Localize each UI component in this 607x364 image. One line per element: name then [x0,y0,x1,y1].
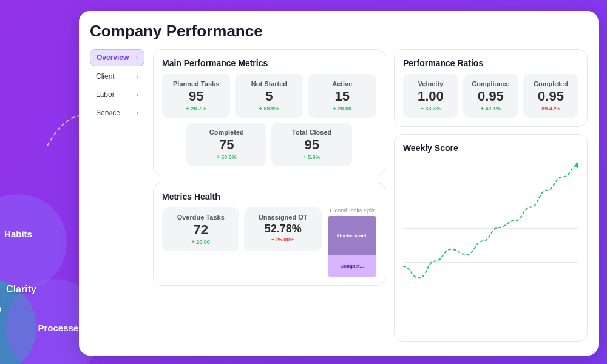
metric-unassigned-ot: Unassigned OT 52.78% + 25.00% [244,207,321,251]
chevron-right-icon: › [136,55,138,61]
metric-completed: Completed 75 + 50.0% [186,123,266,166]
venn-habits-label: Habits [4,229,32,239]
metric-overdue-tasks: Overdue Tasks 72 + 20.00 [162,207,239,251]
venn-clarity-label: Clarity [6,284,36,295]
venn-processes-label: Processes [38,323,83,333]
metrics-health-panel: Metrics Health Overdue Tasks 72 + 20.00 [153,183,385,286]
weekly-score-title: Weekly Score [403,143,578,153]
main-metrics-title: Main Performance Metrics [162,58,376,68]
closed-tasks-chart: Closed Tasks Split Uncheck.net Complet..… [328,207,376,277]
performance-ratios-title: Performance Ratios [403,58,578,68]
metric-completed-ratio: Completed 0.95 89.47% [523,74,578,118]
chevron-right-icon: › [137,110,138,116]
venn-tools-circle: Tools [0,279,36,364]
metric-active: Active 15 + 20.00 [308,74,376,118]
metric-velocity: Velocity 1.00 + 33.3% [403,74,458,118]
sidebar: Overview › Client › Labor › Service › [90,49,144,342]
main-metrics-panel: Main Performance Metrics Planned Tasks 9… [153,49,385,175]
sidebar-item-overview[interactable]: Overview › [90,49,144,66]
chart-bars [403,159,578,331]
main-card: Company Performance Overview › Client › … [79,11,599,356]
chart-container [403,159,578,331]
bar-bottom-segment: Complet... [328,255,376,277]
right-column: Performance Ratios Velocity 1.00 + 33.3%… [394,49,588,342]
performance-ratios-panel: Performance Ratios Velocity 1.00 + 33.3%… [394,49,588,127]
top-metrics-grid: Planned Tasks 95 + 20.7% Not Started 5 +… [162,74,376,118]
weekly-score-panel: Weekly Score [394,134,588,342]
metrics-health-title: Metrics Health [162,192,376,201]
sidebar-item-labor[interactable]: Labor › [90,87,144,103]
venn-dot [0,306,1,312]
metric-not-started: Not Started 5 + 88.9% [235,74,303,118]
metric-total-closed: Total Closed 95 + 5.6% [271,123,351,166]
chevron-right-icon: › [137,73,138,80]
page-title: Company Performance [90,22,588,41]
left-column: Main Performance Metrics Planned Tasks 9… [153,49,385,342]
health-metrics-grid: Overdue Tasks 72 + 20.00 Unassigned OT 5… [162,207,322,251]
chevron-right-icon: › [137,92,138,98]
metric-compliance: Compliance 0.95 + 42.1% [463,74,518,118]
content-area: Overview › Client › Labor › Service › [90,49,588,342]
ratios-grid: Velocity 1.00 + 33.3% Compliance 0.95 + … [403,74,578,118]
sidebar-item-service[interactable]: Service › [90,105,144,121]
metric-planned-tasks: Planned Tasks 95 + 20.7% [162,74,230,118]
bottom-metrics-grid: Completed 75 + 50.0% Total Closed 95 + 5… [162,123,376,166]
stacked-bar: Uncheck.net Complet... [328,216,376,277]
bar-top-segment: Uncheck.net [328,216,376,255]
venn-habits-circle: Habits [0,194,67,291]
page-background: Habits Tools Processes Clarity Company P… [0,0,607,364]
sidebar-item-client[interactable]: Client › [90,69,144,84]
